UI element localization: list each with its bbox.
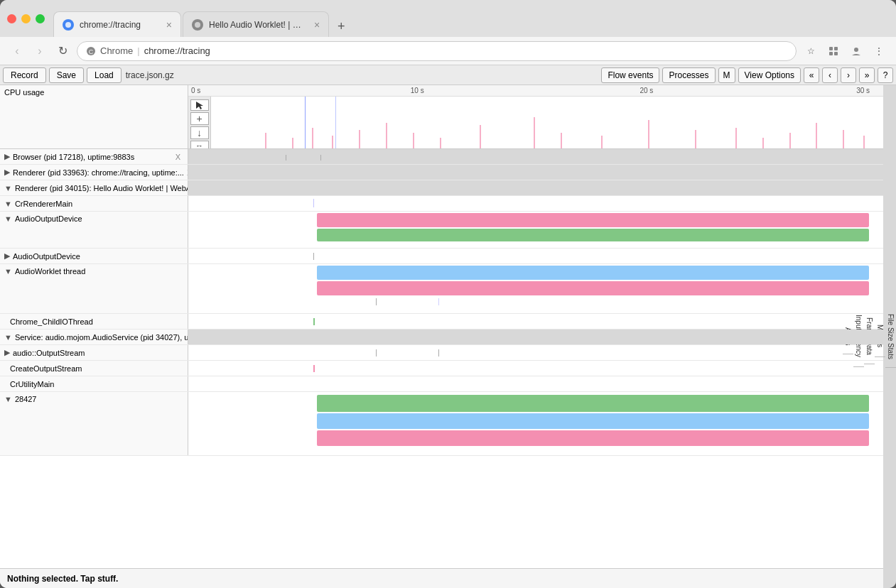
audio-worklet-pink-bar[interactable] — [317, 281, 870, 295]
back-button[interactable]: ‹ — [9, 43, 26, 60]
address-url: chrome://tracing — [144, 45, 210, 56]
minimize-button[interactable] — [21, 14, 31, 23]
zoom-in-tool[interactable]: + — [190, 112, 209, 125]
renderer1-content[interactable] — [188, 165, 883, 180]
audio-output-stream-content[interactable] — [188, 345, 883, 360]
load-button[interactable]: Load — [87, 67, 122, 83]
bookmark-button[interactable]: ☆ — [802, 43, 819, 60]
cr-utility-main-content[interactable] — [188, 376, 883, 391]
audio-worklet-blue-bar[interactable] — [317, 266, 870, 280]
lock-icon: C — [86, 46, 96, 56]
cpu-usage-chart[interactable]: 0 s 10 s 20 s 30 s + ↓ ↔ — [188, 85, 883, 148]
nav-left-left-button[interactable]: « — [804, 67, 819, 83]
cursor-tools: + ↓ ↔ — [188, 97, 211, 148]
svg-point-0 — [65, 22, 71, 28]
cpu-spikes — [211, 97, 883, 148]
reload-button[interactable]: ↻ — [54, 43, 71, 60]
address-bar[interactable]: C Chrome | chrome://tracing — [77, 41, 797, 61]
help-button[interactable]: ? — [878, 67, 893, 83]
renderer2-expand-icon[interactable]: ▼ — [4, 184, 12, 192]
service-section-header[interactable]: ▼ Service: audio.mojom.AudioService (pid… — [0, 330, 883, 345]
audio-output-device-content2[interactable] — [188, 249, 883, 263]
service-expand-icon[interactable]: ▼ — [4, 333, 12, 342]
audio-worklet-label: ▼ AudioWorklet thread — [0, 264, 188, 313]
service-section-label: ▼ Service: audio.mojom.AudioService (pid… — [0, 330, 188, 344]
cr-renderer-main-content[interactable] — [188, 196, 883, 211]
chrome-child-io-content[interactable] — [188, 314, 883, 329]
pid-blue-bar[interactable] — [317, 413, 870, 429]
audio-output-green-bar[interactable] — [317, 229, 870, 241]
extensions-button[interactable] — [825, 43, 842, 60]
svg-rect-6 — [829, 52, 833, 55]
traffic-lights — [7, 14, 45, 23]
browser-close-button[interactable]: X — [173, 153, 183, 161]
pid-28427-content[interactable] — [188, 392, 883, 455]
renderer2-section-label: ▼ Renderer (pid 34015): Hello Audio Work… — [0, 180, 188, 195]
audio-worklet-expand[interactable]: ▼ — [4, 267, 12, 276]
tracks-area[interactable]: ▶ Browser (pid 17218), uptime:9883s X ▶ … — [0, 149, 883, 568]
new-tab-button[interactable]: + — [330, 16, 352, 37]
audio-output2-expand[interactable]: ▶ — [4, 251, 10, 261]
titlebar: chrome://tracing × Hello Audio Worklet! … — [0, 0, 896, 37]
time-cursor — [305, 97, 306, 148]
svg-rect-5 — [834, 47, 838, 50]
audio-worklet-content[interactable] — [188, 264, 883, 313]
pid-28427-expand[interactable]: ▼ — [4, 395, 12, 403]
audio-output-stream-expand[interactable]: ▶ — [4, 348, 10, 357]
navbar: ‹ › ↻ C Chrome | chrome://tracing ☆ ⋮ — [0, 37, 896, 65]
tab-close-audio[interactable]: × — [314, 19, 320, 31]
zoom-out-tool[interactable]: ↓ — [190, 126, 209, 139]
audio-output-device-content[interactable] — [188, 212, 883, 248]
audio-output-expand[interactable]: ▼ — [4, 214, 12, 223]
tab-audio[interactable]: Hello Audio Worklet! | WebAud... × — [183, 11, 329, 37]
select-tool[interactable] — [190, 99, 209, 111]
svg-point-8 — [854, 48, 858, 52]
address-chrome-label: Chrome — [100, 45, 133, 56]
chrome-child-io-label: Chrome_ChildIOThread — [0, 314, 188, 329]
tab-tracing[interactable]: chrome://tracing × — [53, 11, 181, 37]
browser-section-header[interactable]: ▶ Browser (pid 17218), uptime:9883s X — [0, 149, 883, 165]
maximize-button[interactable] — [36, 14, 45, 23]
browser-content[interactable] — [188, 149, 883, 164]
cr-renderer-main-row: ▼ CrRendererMain — [0, 196, 883, 212]
pan-tool[interactable]: ↔ — [190, 141, 209, 148]
forward-button[interactable]: › — [31, 43, 48, 60]
create-output-stream-content[interactable] — [188, 361, 883, 376]
view-options-button[interactable]: View Options — [738, 67, 801, 83]
statusbar: Nothing selected. Tap stuff. — [0, 568, 883, 588]
service-header-content[interactable] — [188, 330, 883, 344]
menu-button[interactable]: ⋮ — [870, 43, 887, 60]
time-cursor2 — [335, 97, 336, 148]
nav-left-button[interactable]: ‹ — [822, 67, 838, 83]
browser-window: chrome://tracing × Hello Audio Worklet! … — [0, 0, 896, 588]
profile-button[interactable] — [848, 43, 865, 60]
renderer1-expand-icon[interactable]: ▶ — [4, 168, 10, 177]
pid-green-bar[interactable] — [317, 395, 870, 412]
nav-right-right-button[interactable]: » — [859, 67, 875, 83]
svg-rect-7 — [834, 52, 838, 55]
flow-events-button[interactable]: Flow events — [601, 67, 659, 83]
tab-title-tracing: chrome://tracing — [80, 20, 161, 30]
renderer2-section-header[interactable]: ▼ Renderer (pid 34015): Hello Audio Work… — [0, 180, 883, 196]
pid-pink-bar[interactable] — [317, 430, 870, 446]
renderer2-header-content[interactable] — [188, 180, 883, 195]
toolbar: Record Save Load trace.json.gz Flow even… — [0, 65, 896, 85]
processes-button[interactable]: Processes — [662, 67, 715, 83]
tabs-area: chrome://tracing × Hello Audio Worklet! … — [53, 0, 889, 37]
nav-right-button[interactable]: › — [841, 67, 856, 83]
m-button[interactable]: M — [718, 67, 735, 83]
renderer1-section-header[interactable]: ▶ Renderer (pid 33963): chrome://tracing… — [0, 165, 883, 180]
browser-expand-icon[interactable]: ▶ — [4, 152, 10, 161]
right-panel: File Size Stats Metrics Frame Data Input… — [883, 85, 896, 588]
close-button[interactable] — [7, 14, 16, 23]
record-button[interactable]: Record — [3, 67, 46, 83]
tab-close-tracing[interactable]: × — [166, 19, 172, 31]
pid-28427-label: ▼ 28427 — [0, 392, 188, 455]
save-button[interactable]: Save — [49, 67, 84, 83]
audio-output-device-label: ▼ AudioOutputDevice — [0, 212, 188, 248]
audio-output-pink-bar[interactable] — [317, 213, 870, 227]
crrenderer-expand[interactable]: ▼ — [4, 200, 12, 208]
pid-28427-row: ▼ 28427 — [0, 392, 883, 456]
ruler-20s: 20 s — [639, 87, 653, 94]
file-size-stats-panel[interactable]: File Size Stats — [885, 305, 896, 369]
